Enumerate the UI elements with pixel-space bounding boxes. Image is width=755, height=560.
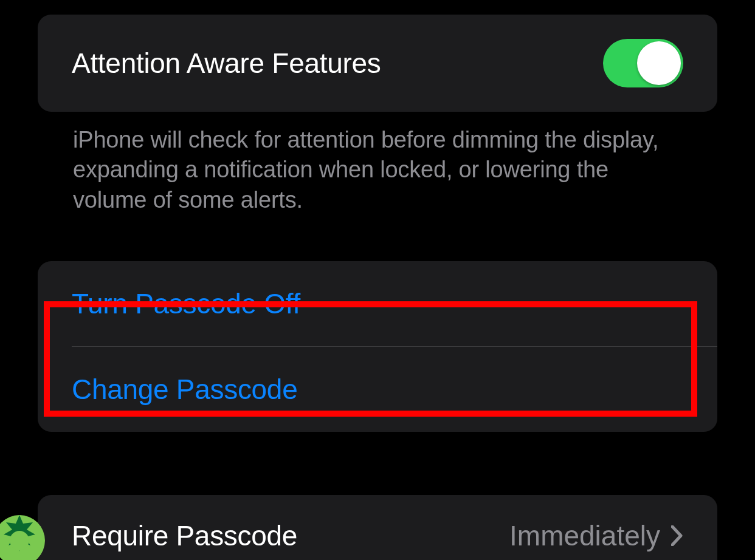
section-spacer bbox=[38, 215, 717, 261]
attention-aware-section: Attention Aware Features bbox=[38, 15, 717, 112]
require-passcode-row[interactable]: Require Passcode Immediately bbox=[38, 495, 717, 560]
toggle-knob bbox=[637, 41, 681, 85]
require-passcode-section: Require Passcode Immediately bbox=[38, 495, 717, 560]
change-passcode-label: Change Passcode bbox=[72, 373, 297, 406]
require-passcode-value-container: Immediately bbox=[509, 519, 683, 552]
chevron-right-icon bbox=[671, 525, 683, 546]
svg-point-1 bbox=[10, 531, 29, 550]
require-passcode-label: Require Passcode bbox=[72, 519, 297, 552]
attention-aware-footer: iPhone will check for attention before d… bbox=[38, 112, 717, 215]
settings-screen: Attention Aware Features iPhone will che… bbox=[0, 0, 755, 560]
change-passcode-row[interactable]: Change Passcode bbox=[38, 347, 717, 432]
require-passcode-value: Immediately bbox=[509, 519, 660, 552]
passcode-actions-section: Turn Passcode Off Change Passcode bbox=[38, 261, 717, 432]
attention-aware-row[interactable]: Attention Aware Features bbox=[38, 15, 717, 112]
logo-decoration bbox=[0, 511, 49, 560]
turn-passcode-off-row[interactable]: Turn Passcode Off bbox=[38, 261, 717, 346]
attention-aware-label: Attention Aware Features bbox=[72, 47, 381, 80]
attention-aware-toggle[interactable] bbox=[603, 39, 683, 87]
section-spacer bbox=[38, 432, 717, 495]
turn-passcode-off-label: Turn Passcode Off bbox=[72, 287, 300, 320]
